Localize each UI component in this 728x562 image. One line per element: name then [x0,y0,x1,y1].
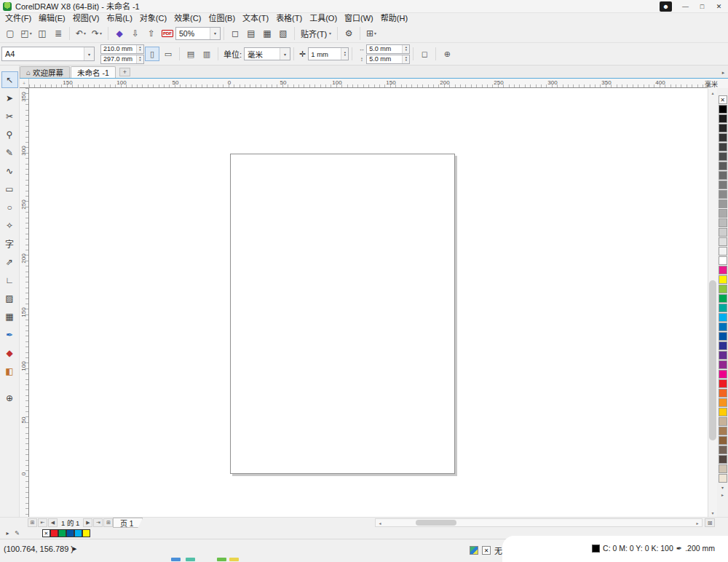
toolbar-undo-button[interactable]: ↶▾ [73,26,89,41]
maximize-button[interactable]: □ [695,1,710,12]
menu-window[interactable]: 窗口(W) [341,13,377,24]
toolbox-drop-shadow-tool[interactable]: ▨ [1,290,18,306]
page-1-tab[interactable]: 页 1 [113,518,143,528]
toolbox-shape-tool[interactable]: ➤ [1,90,18,106]
toolbox-freehand-tool[interactable]: ✎ [1,144,18,161]
palette-swatch[interactable] [719,209,727,218]
drawing-canvas[interactable] [29,88,708,517]
next-page-button[interactable]: ▶ [83,518,92,527]
toolbar-print-button[interactable]: ≣ [50,26,66,41]
horizontal-scrollbar-thumb[interactable] [416,520,456,526]
palette-swatch[interactable] [719,171,727,180]
scroll-right-arrow-icon[interactable] [693,519,702,526]
menu-layout[interactable]: 布局(L) [103,13,135,24]
vertical-ruler[interactable]: 350300250200150100500 [20,88,29,517]
spinner-arrows-icon[interactable] [402,45,409,53]
scroll-left-arrow-icon[interactable] [376,519,384,526]
toolbar-show-grid-button[interactable]: ▦ [259,26,275,41]
chevron-down-icon[interactable] [280,48,290,60]
toolbox-connector-tool[interactable]: ∟ [1,272,18,288]
palette-scroll-down-button[interactable]: ▾ [719,483,727,491]
palette-swatch[interactable] [719,181,727,189]
toolbar-save-button[interactable]: ◫ [34,26,50,41]
palette-swatch[interactable] [719,427,727,435]
palette-swatch[interactable] [719,218,727,227]
tab-untitled-document[interactable]: 未命名 -1 [71,66,116,78]
tab-scroll-right-button[interactable]: ▸ [719,68,728,78]
last-page-button[interactable]: ⇥ [93,518,103,527]
spinner-arrows-icon[interactable] [341,48,348,60]
palette-swatch[interactable] [719,199,727,208]
palette-swatch[interactable] [719,124,727,132]
palette-swatch[interactable] [719,133,727,142]
toolbox-artistic-media-tool[interactable]: ∿ [1,162,18,179]
add-toolbar-content-button[interactable]: ⊕ [440,47,454,61]
scroll-down-arrow-icon[interactable] [708,508,717,517]
palette-swatch[interactable] [719,436,727,445]
duplicate-x-field[interactable]: 5.0 mm [366,44,410,54]
horizontal-ruler[interactable]: 15010050050100150200250300350400 [29,79,708,88]
vertical-scrollbar-thumb[interactable] [709,280,716,440]
toolbar-redo-button[interactable]: ↷▾ [89,26,105,41]
chevron-down-icon[interactable] [84,47,94,60]
horizontal-scrollbar[interactable] [375,518,703,527]
palette-swatch[interactable] [719,446,727,454]
close-button[interactable]: ✕ [711,1,727,12]
tab-welcome-screen[interactable]: ⌂ 欢迎屏幕 [20,66,70,78]
palette-swatch[interactable] [719,379,727,388]
menu-view[interactable]: 视图(V) [69,13,103,24]
prev-page-button[interactable]: ◀ [48,518,58,527]
toolbox-more-tools-button[interactable]: ⊕ [1,389,18,406]
spinner-arrows-icon[interactable] [136,45,143,53]
toolbar-publish-pdf-button[interactable]: PDF [159,26,175,41]
palette-swatch[interactable] [719,398,727,407]
palette-swatch[interactable] [719,474,727,483]
toolbar-show-rulers-button[interactable]: ▤ [243,26,259,41]
palette-swatch[interactable] [719,389,727,397]
toolbox-interactive-fill-tool[interactable]: ◆ [1,344,18,361]
page-height-field[interactable]: 297.0 mm [100,55,144,64]
page-width-field[interactable]: 210.0 mm [100,44,144,54]
palette-swatch[interactable] [719,408,727,416]
toolbar-options-button[interactable]: ⚙ [341,26,357,41]
menu-table[interactable]: 表格(T) [272,13,306,24]
spinner-arrows-icon[interactable] [402,55,409,63]
toolbox-dimension-tool[interactable]: ⇗ [1,253,18,270]
document-palette-no-color-swatch[interactable]: ✕ [42,529,50,537]
toolbox-ellipse-tool[interactable]: ○ [1,199,18,215]
scroll-up-arrow-icon[interactable] [708,88,717,97]
palette-swatch[interactable] [719,332,727,341]
add-page-start-button[interactable]: ⊞ [28,518,37,527]
palette-swatch[interactable] [719,294,727,303]
palette-swatch[interactable] [719,322,727,331]
palette-swatch[interactable] [719,143,727,151]
document-palette-flyout-button[interactable]: ▸ [3,529,12,538]
document-palette-swatch[interactable] [74,529,82,537]
treat-as-filled-button[interactable]: ◻ [417,47,432,61]
menu-help[interactable]: 帮助(H) [377,13,411,24]
application-launcher-button[interactable]: ⊞ ▾ [363,26,379,41]
menu-file[interactable]: 文件(F) [1,13,35,24]
toolbox-text-tool[interactable]: 字 [1,235,18,252]
toolbar-welcome-screen-button[interactable]: ◆ [111,26,127,41]
palette-swatch[interactable] [719,162,727,170]
palette-swatch[interactable] [719,351,727,360]
palette-swatch[interactable] [719,417,727,426]
chevron-down-icon[interactable] [210,28,220,39]
spinner-arrows-icon[interactable] [136,55,143,63]
ruler-origin-box[interactable]: + [20,79,29,88]
menu-object[interactable]: 对象(C) [136,13,170,24]
toolbox-transparency-tool[interactable]: ▦ [1,308,18,325]
menu-tools[interactable]: 工具(O) [306,13,341,24]
toolbox-color-eyedropper-tool[interactable]: ✒ [1,326,18,343]
new-document-tab-button[interactable]: + [119,68,130,76]
user-account-icon[interactable]: ☻ [660,1,672,12]
palette-flyout-button[interactable]: ▸ [719,491,727,498]
document-navigator-button[interactable]: ⊞ [705,518,715,527]
menu-effects[interactable]: 效果(C) [170,13,205,24]
toolbar-import-button[interactable]: ⇩ [127,26,143,41]
menu-edit[interactable]: 编辑(E) [35,13,69,24]
units-select[interactable]: 毫米 [244,47,290,60]
minimize-button[interactable]: — [678,1,693,12]
toolbox-polygon-tool[interactable]: ✧ [1,217,18,234]
